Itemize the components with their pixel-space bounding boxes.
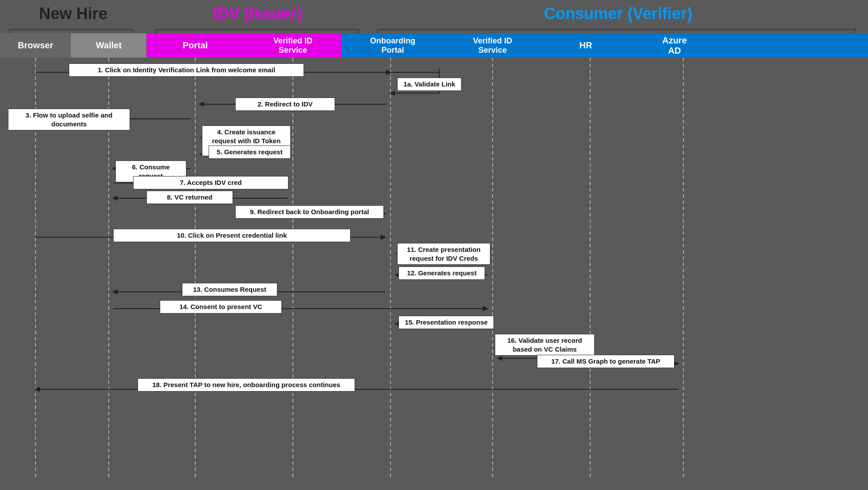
msg-15-box: 15. Presentation response	[398, 316, 494, 329]
bracket-consumer	[377, 29, 856, 30]
msg-7-box: 7. Accepts IDV cred	[133, 176, 288, 189]
svg-marker-33	[381, 235, 387, 240]
msg-8-box: 8. VC returned	[146, 191, 233, 204]
svg-marker-52	[34, 387, 40, 392]
lane-hr: HR	[541, 33, 630, 58]
msg-5-box: 5. Generates request	[209, 145, 291, 159]
svg-marker-15	[390, 90, 395, 96]
msg-11-box: 11. Create presentation request for IDV …	[397, 243, 490, 265]
msg-13-box: 13. Consumes Request	[182, 283, 277, 296]
lane-azure-ad: AzureAD	[630, 33, 719, 58]
lane-browser: Browser	[0, 33, 71, 58]
msg-2-box: 2. Redirect to IDV	[235, 98, 335, 111]
msg-9-box: 9. Redirect back to Onboarding portal	[235, 205, 384, 219]
group-label-consumer: Consumer (Verifier)	[368, 4, 868, 23]
msg-3-box: 3. Flow to upload selfie and documents	[8, 109, 130, 130]
svg-marker-41	[483, 306, 489, 311]
lanes-row: Browser Wallet Portal Verified IDService…	[0, 33, 868, 58]
group-label-new-hire: New Hire	[0, 4, 146, 23]
msg-1a-box: 1a. Validate Link	[397, 78, 462, 91]
msg-14-box: 14. Consent to present VC	[160, 300, 282, 314]
lane-portal: Portal	[146, 33, 244, 58]
svg-marker-17	[198, 102, 204, 107]
msg-18-box: 18. Present TAP to new hire, onboarding …	[138, 378, 355, 392]
msg-1-box: 1. Click on Identity Verification Link f…	[69, 63, 304, 77]
svg-marker-39	[112, 289, 118, 294]
diagram-container: New Hire IDV (Issuer) Consumer (Verifier…	[0, 0, 868, 490]
svg-marker-11	[386, 70, 392, 75]
lane-verified-id-consumer: Verified IDService	[444, 33, 541, 58]
lane-wallet: Wallet	[71, 33, 146, 58]
msg-16-box: 16. Validate user record based on VC Cla…	[495, 334, 595, 356]
bracket-new-hire	[9, 29, 133, 30]
msg-10-box: 10. Click on Present credential link	[113, 229, 351, 242]
bracket-idv	[155, 29, 359, 30]
msg-17-box: 17. Call MS Graph to generate TAP	[537, 355, 675, 368]
lane-spacer	[719, 33, 868, 58]
group-label-idv: IDV (Issuer)	[146, 4, 368, 23]
svg-marker-48	[497, 356, 502, 361]
msg-12-box: 12. Generates request	[398, 267, 485, 280]
svg-marker-29	[112, 196, 118, 201]
lane-verified-id-issuer: Verified IDService	[244, 33, 342, 58]
lane-onboarding: OnboardingPortal	[342, 33, 444, 58]
